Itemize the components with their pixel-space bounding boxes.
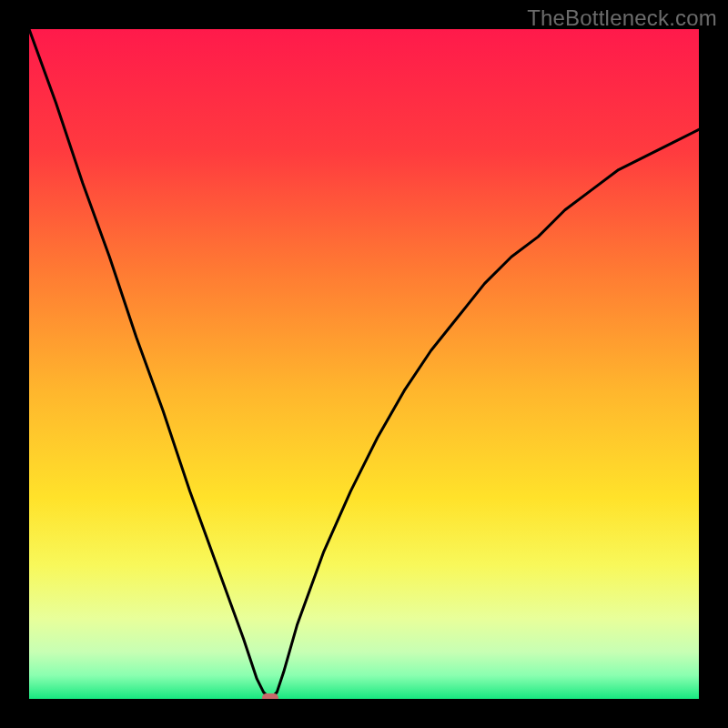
optimal-marker [262,693,278,699]
chart-frame: TheBottleneck.com [0,0,728,728]
watermark-text: TheBottleneck.com [527,5,717,31]
bottleneck-chart [29,29,699,699]
chart-background [29,29,699,699]
